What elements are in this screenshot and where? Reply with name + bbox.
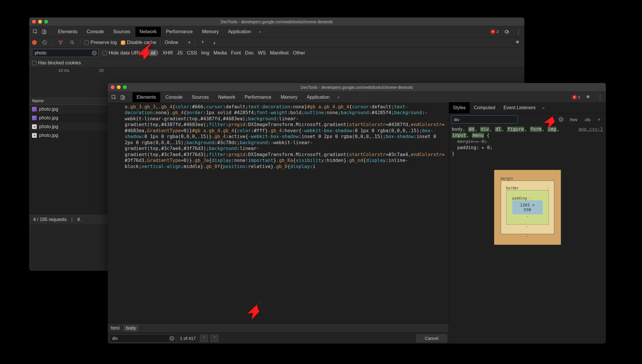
settings-gear-icon[interactable] — [584, 93, 592, 101]
error-count: 2 — [497, 29, 499, 34]
annotation-arrow-3 — [245, 297, 268, 324]
filter-funnel-icon[interactable] — [57, 39, 64, 46]
toggle-hov-button[interactable]: :hov — [567, 116, 580, 123]
status-separator: | — [71, 217, 73, 222]
inspect-icon[interactable] — [31, 28, 39, 36]
breadcrumb-item[interactable]: html — [111, 326, 119, 331]
disable-cache-checkbox[interactable]: ✓ — [121, 40, 125, 45]
error-indicator[interactable]: ✕2 — [490, 29, 499, 34]
tab-console[interactable]: Console — [161, 92, 187, 102]
filter-media[interactable]: Media — [214, 50, 227, 56]
hide-data-urls-checkbox[interactable] — [103, 51, 107, 55]
tab-memory[interactable]: Memory — [276, 92, 301, 102]
filter-doc[interactable]: Doc — [245, 50, 254, 56]
has-blocked-cookies-label: Has blocked cookies — [38, 60, 81, 65]
preserve-log-label: Preserve log — [91, 40, 117, 45]
error-badge-icon: ✕ — [490, 29, 495, 34]
request-name: photo.jpg — [39, 115, 58, 121]
preserve-log-checkbox[interactable] — [84, 40, 89, 45]
throttling-select[interactable]: Online ▾ — [165, 40, 191, 45]
clear-icon[interactable] — [41, 39, 48, 46]
svg-rect-9 — [121, 95, 124, 99]
settings-gear-icon[interactable] — [503, 28, 510, 36]
tabs-overflow-icon[interactable]: » — [256, 28, 264, 36]
tab-sources[interactable]: Sources — [188, 92, 213, 102]
tab-console[interactable]: Console — [83, 27, 108, 37]
find-prev-button[interactable]: ˄ — [200, 335, 208, 342]
find-next-button[interactable]: ˅ — [210, 335, 218, 342]
find-cancel-button[interactable]: Cancel — [416, 334, 447, 342]
filter-manifest[interactable]: Manifest — [270, 50, 289, 56]
box-model[interactable]: margin - border - padding - 1265 × 938 -… — [494, 170, 561, 245]
error-indicator[interactable]: ✕1 — [572, 95, 580, 100]
throttling-label: Online — [165, 40, 178, 45]
tab-elements[interactable]: Elements — [54, 27, 82, 37]
clear-find-icon[interactable]: ✕ — [169, 336, 174, 341]
wf-tick-1: 10 ms — [58, 68, 69, 73]
has-blocked-cookies-option[interactable]: Has blocked cookies — [32, 60, 81, 66]
inspect-icon[interactable] — [110, 93, 118, 101]
tab-sources[interactable]: Sources — [109, 27, 134, 37]
rule-margin[interactable]: margin:▸ 0; — [457, 139, 487, 144]
record-button[interactable] — [32, 40, 37, 45]
breadcrumb-item[interactable]: body — [124, 325, 138, 331]
error-badge-icon: ✕ — [572, 95, 577, 100]
find-input[interactable] — [110, 334, 176, 342]
rule-close: } — [452, 151, 454, 156]
download-har-icon[interactable] — [211, 39, 218, 46]
bm-dash: - — [506, 225, 549, 229]
tab-network[interactable]: Network — [214, 92, 239, 102]
kebab-menu-icon[interactable]: ⋮ — [514, 28, 522, 36]
filter-font[interactable]: Font — [231, 50, 241, 56]
styles-tabbar: Styles Computed Event Listeners » — [449, 102, 606, 114]
network-toolbar: Preserve log ✓Disable cache Online ▾ — [29, 37, 524, 48]
tab-elements[interactable]: Elements — [133, 92, 160, 102]
upload-har-icon[interactable] — [199, 39, 207, 46]
tabs-overflow-icon[interactable]: » — [335, 93, 342, 101]
close-icon[interactable] — [32, 20, 36, 24]
filter-other[interactable]: Other — [293, 50, 305, 56]
filter-input[interactable] — [32, 49, 98, 57]
preserve-log-option[interactable]: Preserve log — [84, 40, 117, 45]
request-count: 4 / 165 requests — [33, 217, 67, 222]
search-icon[interactable] — [68, 39, 76, 46]
filter-js[interactable]: JS — [177, 50, 183, 56]
styles-tab-styles[interactable]: Styles — [449, 102, 470, 113]
tab-performance[interactable]: Performance — [241, 92, 276, 102]
tab-network[interactable]: Network — [135, 27, 161, 37]
new-rule-button[interactable]: ＋ — [595, 116, 604, 123]
device-toggle-icon[interactable] — [40, 28, 48, 36]
device-toggle-icon[interactable] — [119, 93, 126, 101]
styles-pane: Styles Computed Event Listeners » ✕ :hov… — [449, 102, 606, 344]
minimize-icon[interactable] — [117, 85, 121, 89]
tab-performance[interactable]: Performance — [162, 27, 197, 37]
styles-tab-event-listeners[interactable]: Event Listeners — [499, 102, 539, 113]
styles-tab-computed[interactable]: Computed — [470, 102, 500, 113]
toggle-cls-button[interactable]: .cls — [582, 116, 593, 123]
request-name: photo.jpg — [39, 133, 58, 138]
clear-filter-icon[interactable]: ✕ — [92, 50, 97, 56]
network-settings-gear-icon[interactable] — [514, 39, 521, 46]
elements-source-view[interactable]: a.gb_3.gb_3,.gb_4{color:#666;cursor:defa… — [108, 103, 449, 323]
has-blocked-cookies-checkbox[interactable] — [32, 61, 36, 65]
styles-filter-input[interactable] — [451, 115, 518, 123]
rule-source-link[interactable]: app.css:1 — [578, 126, 603, 132]
tab-memory[interactable]: Memory — [198, 27, 223, 37]
tab-application[interactable]: Application — [303, 92, 334, 102]
minimize-icon[interactable] — [38, 20, 42, 24]
kebab-menu-icon[interactable]: ⋮ — [596, 93, 604, 101]
filter-xhr[interactable]: XHR — [163, 50, 173, 56]
filter-ws[interactable]: WS — [258, 50, 266, 56]
filter-img[interactable]: Img — [201, 50, 209, 56]
svg-marker-12 — [544, 110, 561, 129]
generated-file-icon: ✲ — [32, 124, 37, 129]
filter-css[interactable]: CSS — [187, 50, 197, 56]
tab-application[interactable]: Application — [224, 27, 255, 37]
maximize-icon[interactable] — [44, 20, 48, 24]
error-count: 1 — [578, 95, 580, 99]
rule-padding[interactable]: padding: ▸ 0; — [457, 145, 493, 150]
bm-border-label: border — [506, 186, 519, 190]
close-icon[interactable] — [111, 85, 114, 89]
style-rule[interactable]: app.css:1 body, dd, div, dl, figure, for… — [449, 125, 606, 158]
maximize-icon[interactable] — [123, 85, 127, 89]
